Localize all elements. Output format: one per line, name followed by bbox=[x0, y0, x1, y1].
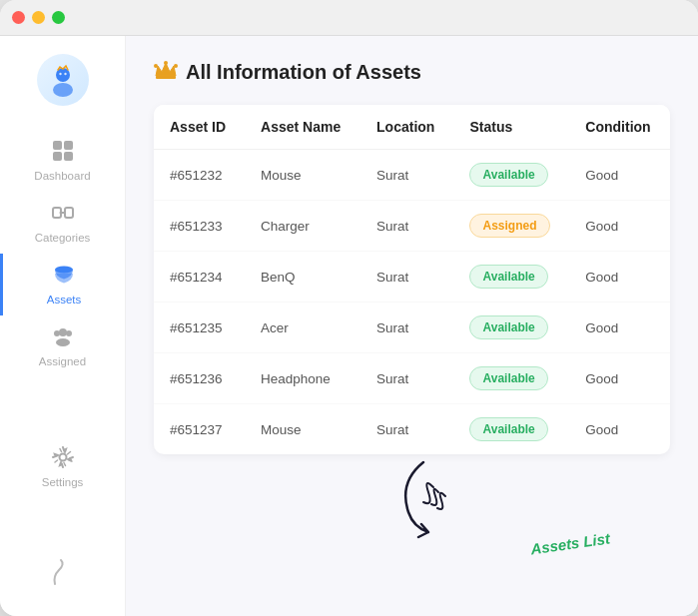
table-row: #651235 Acer Surat Available Good bbox=[154, 303, 670, 353]
page-title-row: All Information of Assets bbox=[154, 60, 670, 85]
cell-location: Surat bbox=[360, 150, 453, 201]
cell-condition: Good bbox=[569, 201, 670, 252]
sidebar-item-categories[interactable]: Categories bbox=[0, 192, 125, 254]
svg-point-14 bbox=[56, 338, 70, 346]
cell-name: Charger bbox=[245, 201, 360, 252]
sidebar-item-settings[interactable]: Settings bbox=[0, 436, 125, 498]
dashboard-icon bbox=[52, 140, 74, 166]
svg-point-16 bbox=[54, 330, 60, 336]
cell-id: #651233 bbox=[154, 201, 245, 252]
cell-location: Surat bbox=[360, 201, 453, 252]
cell-location: Surat bbox=[360, 353, 453, 404]
cell-id: #651234 bbox=[154, 252, 245, 303]
cell-location: Surat bbox=[360, 404, 453, 455]
assigned-icon bbox=[52, 325, 74, 351]
maximize-button[interactable] bbox=[52, 11, 65, 24]
sidebar-item-assets[interactable]: Assets bbox=[0, 254, 125, 315]
col-header-name: Asset Name bbox=[245, 105, 360, 150]
svg-rect-6 bbox=[53, 152, 62, 161]
cell-condition: Good bbox=[569, 150, 670, 201]
annotation-arrow bbox=[393, 452, 483, 542]
status-badge: Assigned bbox=[469, 214, 549, 238]
cell-id: #651232 bbox=[154, 150, 245, 201]
svg-point-15 bbox=[66, 330, 72, 336]
cell-status: Assigned bbox=[453, 201, 569, 252]
cell-location: Surat bbox=[360, 252, 453, 303]
col-header-location: Location bbox=[360, 105, 453, 150]
sidebar: Dashboard Categories bbox=[0, 36, 126, 616]
svg-point-3 bbox=[64, 73, 66, 75]
table-row: #651233 Charger Surat Assigned Good bbox=[154, 201, 670, 252]
cell-id: #651235 bbox=[154, 303, 245, 353]
annotation-label: Assets List bbox=[529, 530, 611, 558]
col-header-condition: Condition bbox=[569, 105, 670, 150]
page-title: All Information of Assets bbox=[186, 61, 421, 84]
categories-icon bbox=[52, 202, 74, 228]
cell-condition: Good bbox=[569, 252, 670, 303]
table-row: #651236 Headphone Surat Available Good bbox=[154, 353, 670, 404]
cell-name: Mouse bbox=[245, 404, 360, 455]
status-badge: Available bbox=[469, 265, 547, 289]
svg-rect-7 bbox=[64, 152, 73, 161]
main-content: All Information of Assets Asset ID Asset… bbox=[126, 36, 698, 616]
status-badge: Available bbox=[469, 366, 547, 390]
svg-point-17 bbox=[59, 453, 66, 460]
cell-name: Headphone bbox=[245, 353, 360, 404]
table-row: #651234 BenQ Surat Available Good bbox=[154, 252, 670, 303]
close-button[interactable] bbox=[12, 11, 25, 24]
cell-name: Acer bbox=[245, 303, 360, 353]
svg-point-21 bbox=[174, 64, 178, 68]
cell-id: #651236 bbox=[154, 353, 245, 404]
minimize-button[interactable] bbox=[32, 11, 45, 24]
svg-point-2 bbox=[59, 73, 61, 75]
svg-point-13 bbox=[59, 328, 67, 336]
svg-point-20 bbox=[164, 61, 168, 65]
sidebar-label-dashboard: Dashboard bbox=[34, 170, 90, 182]
cell-status: Available bbox=[453, 150, 569, 201]
assets-table: Asset ID Asset Name Location Status Cond… bbox=[154, 105, 670, 454]
app-window: Dashboard Categories bbox=[0, 0, 698, 616]
cell-status: Available bbox=[453, 252, 569, 303]
titlebar bbox=[0, 0, 698, 36]
table-header-row: Asset ID Asset Name Location Status Cond… bbox=[154, 105, 670, 150]
avatar bbox=[37, 54, 89, 106]
table-row: #651237 Mouse Surat Available Good bbox=[154, 404, 670, 455]
assets-icon bbox=[53, 264, 75, 290]
cell-status: Available bbox=[453, 404, 569, 455]
cell-name: BenQ bbox=[245, 252, 360, 303]
sidebar-label-categories: Categories bbox=[35, 232, 91, 244]
cell-condition: Good bbox=[569, 404, 670, 455]
svg-rect-4 bbox=[53, 141, 62, 150]
sidebar-decoration bbox=[45, 556, 81, 604]
svg-point-0 bbox=[53, 83, 73, 97]
col-header-status: Status bbox=[453, 105, 569, 150]
svg-rect-9 bbox=[65, 208, 73, 218]
cell-condition: Good bbox=[569, 353, 670, 404]
cell-status: Available bbox=[453, 303, 569, 353]
status-badge: Available bbox=[469, 315, 547, 339]
status-badge: Available bbox=[469, 163, 547, 187]
table-row: #651232 Mouse Surat Available Good bbox=[154, 150, 670, 201]
sidebar-label-settings: Settings bbox=[42, 476, 84, 488]
sidebar-label-assets: Assets bbox=[47, 294, 82, 306]
cell-status: Available bbox=[453, 353, 569, 404]
cell-condition: Good bbox=[569, 303, 670, 353]
app-body: Dashboard Categories bbox=[0, 36, 698, 616]
cell-name: Mouse bbox=[245, 150, 360, 201]
cell-id: #651237 bbox=[154, 404, 245, 455]
sidebar-item-dashboard[interactable]: Dashboard bbox=[0, 130, 125, 192]
annotation-area: Assets List bbox=[154, 462, 670, 562]
sidebar-item-assigned[interactable]: Assigned bbox=[0, 315, 125, 377]
svg-point-19 bbox=[154, 64, 158, 68]
cell-location: Surat bbox=[360, 303, 453, 353]
col-header-id: Asset ID bbox=[154, 105, 245, 150]
svg-point-11 bbox=[59, 212, 62, 215]
svg-rect-18 bbox=[156, 76, 176, 79]
svg-rect-5 bbox=[64, 141, 73, 150]
status-badge: Available bbox=[469, 417, 547, 441]
crown-icon bbox=[154, 60, 178, 85]
sidebar-label-assigned: Assigned bbox=[39, 355, 86, 367]
settings-icon bbox=[52, 446, 74, 472]
